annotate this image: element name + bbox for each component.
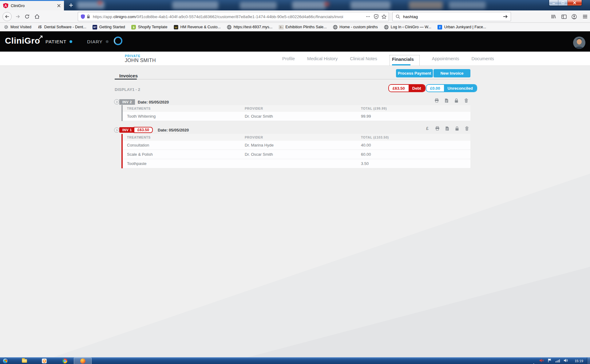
clinigro-logo[interactable]: CliniGro [5,36,40,46]
url-path: /0/f1cdb8be-4ab1-404f-a9c0-5574d1d83662/… [136,14,343,19]
sidebar-toggle-icon[interactable] [560,13,568,20]
document-icon[interactable] [445,126,449,131]
menu-hamburger-icon[interactable] [581,13,589,20]
print-icon[interactable] [434,98,439,103]
taskbar-clock[interactable]: 15:19 [571,359,587,363]
aero-blur-blob [409,1,443,9]
search-input[interactable] [403,14,503,19]
tab-close-icon[interactable] [56,3,61,9]
logo-arrow-icon [38,35,43,40]
unreconciled-amount: £0.00 [426,85,444,92]
invoice-2-expand-chevron-icon[interactable] [114,99,119,104]
search-bar[interactable] [392,12,511,21]
new-tab-button[interactable] [68,2,74,9]
treatment-cell: Toothpaste [123,159,240,168]
shield-check-icon[interactable] [373,14,379,19]
bookmark-dental-software[interactable]: iS Dental Software - Dent... [38,25,86,29]
bookmark-shopify-template[interactable]: s Shopify Template [131,25,168,29]
reload-button[interactable] [23,13,31,20]
total-cell: 99.99 [357,112,470,121]
bookmark-urban-junkyard[interactable]: f Urban Junkyard | Face... [438,25,486,29]
tab-clinical-notes[interactable]: Clinical Notes [350,56,377,61]
bookmark-exhibition-plinths[interactable]: Exhibition Plinths Sale... [279,25,327,29]
display-range: 1 - 2 [132,87,140,92]
print-icon[interactable] [435,126,440,131]
windows-logo-icon [4,359,7,362]
invoice-1-expand-chevron-icon[interactable] [114,127,119,133]
show-desktop-button[interactable] [587,358,590,364]
nav-patient[interactable]: PATIENT [46,39,72,44]
invoice-1-row-3[interactable]: Toothpaste 3.50 [123,159,470,168]
tab-financials[interactable]: Financials [390,55,420,67]
take-payment-pound-icon[interactable]: £ [425,126,430,131]
url-bar[interactable]: https://app.clinigro.com/0/f1cdb8be-4ab1… [78,12,389,21]
search-go-icon[interactable] [503,14,508,19]
tab-profile[interactable]: Profile [282,56,295,61]
financials-content: Invoices Process Payment New Invoice DIS… [0,66,590,357]
invoices-section-tab[interactable]: Invoices [119,73,138,78]
firefox-taskbar-button-active[interactable] [74,358,92,364]
bookmark-hmrc[interactable]: HM Revenue & Custo... [173,25,220,29]
url-prefix: https://app. [93,14,113,19]
document-icon[interactable] [444,98,449,103]
explorer-taskbar-icon[interactable] [22,358,27,364]
bookmark-test-site[interactable]: https://test-6937.mys... [227,25,272,29]
unreconciled-label: Unreconciled [444,85,477,92]
library-icon[interactable] [550,13,557,20]
shopify-icon: s [131,25,136,29]
logo-text: CliniGr [5,36,35,46]
back-button[interactable] [2,12,12,21]
bookmark-star-icon[interactable] [381,14,387,19]
app-header: CliniGro PATIENT DIARY [0,31,590,52]
lock-icon[interactable] [454,98,459,103]
patient-bar: PRIVATE JOHN SMITH Profile Medical Histo… [0,52,590,66]
tab-appointments[interactable]: Appointments [432,56,459,61]
search-icon [395,14,401,19]
aero-blur-blob [324,2,329,6]
tracking-protection-shield-icon[interactable] [80,14,85,19]
invoice-2-row-1[interactable]: Tooth Whitening Dr. Oscar Smith 99.99 [123,112,470,121]
new-invoice-button[interactable]: New Invoice [434,69,470,77]
tab-medical-history[interactable]: Medical History [307,56,338,61]
maximize-button[interactable] [558,0,568,6]
tray-expand-icon[interactable] [533,358,535,364]
account-icon[interactable] [570,13,578,20]
bookmark-home-custom-plinths[interactable]: Home - custom plinths [333,25,378,29]
bookmark-login-clinigro[interactable]: Log In ‹ CliniGro — W... [384,25,431,29]
invoice-2-number-badge: INV 2 [119,99,135,105]
browser-tab-clinigro[interactable]: A CliniGro [0,0,64,10]
bookmark-most-visited[interactable]: Most Visited [4,25,31,29]
display-label: DISPLAY [115,87,132,92]
col-total: TOTAL (£99.99) [357,105,470,112]
user-avatar[interactable] [573,37,585,49]
bookmark-getting-started[interactable]: BT Getting Started [93,25,125,29]
lock-icon[interactable] [454,126,459,131]
close-button[interactable] [568,0,582,6]
action-center-flag-icon[interactable] [548,358,552,364]
volume-icon[interactable] [564,358,568,364]
invoice-1-row-2[interactable]: Scale & Polish Dr. Oscar Smith 60.00 [123,150,470,159]
invoice-1-row-1[interactable]: Consultation Dr. Marina Hyde 40.00 [123,141,470,150]
total-cell: 3.50 [357,159,470,168]
trash-icon[interactable] [464,126,469,131]
start-button[interactable] [2,358,9,364]
diary-inactive-dot [106,40,109,43]
minimize-button[interactable] [549,0,558,6]
tab-documents[interactable]: Documents [471,56,494,61]
media-player-taskbar-icon[interactable] [42,358,47,364]
network-signal-icon[interactable] [556,359,560,362]
system-tray: 15:19 [533,358,590,364]
bookmark-label: Shopify Template [138,25,168,29]
bookmark-label: Urban Junkyard | Face... [444,25,486,29]
col-treatments: TREATMENTS [123,134,240,141]
forward-button[interactable] [14,13,22,20]
process-payment-button[interactable]: Process Payment [396,69,433,77]
tab-title: CliniGro [11,4,56,8]
page-actions-icon[interactable] [365,14,371,19]
chrome-taskbar-icon[interactable] [62,358,68,364]
muted-audio-icon[interactable] [539,358,544,364]
trash-icon[interactable] [464,98,469,103]
nav-diary[interactable]: DIARY [87,39,109,44]
bookmark-label: Log In ‹ CliniGro — W... [391,25,431,29]
home-button[interactable] [33,13,41,20]
